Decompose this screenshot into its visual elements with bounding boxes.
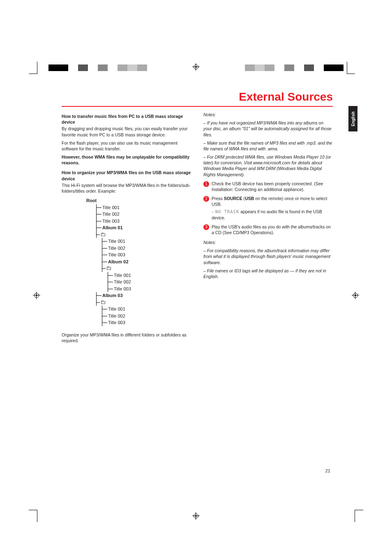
body-text: For the flash player, you can also use i… — [62, 140, 191, 152]
step-item: 1 Check the USB device has been properly… — [203, 181, 333, 192]
crop-mark-icon — [347, 62, 363, 74]
step-number-badge: 3 — [203, 224, 209, 230]
step-item: 2 Press SOURCE (USB on the remote) once … — [203, 196, 333, 221]
section-heading: How to organize your MP3/WMA files on th… — [62, 170, 191, 181]
tree-root-label: Root — [86, 197, 191, 204]
color-bar-icon — [245, 64, 344, 71]
tree-album-label: Album 02 — [108, 259, 129, 264]
left-column: How to transfer music files from PC to a… — [62, 112, 191, 346]
right-column: Notes: – If you have not organized MP3/W… — [203, 112, 333, 346]
tree-title: Title 003 — [97, 218, 191, 225]
step-item: 3 Play the USB's audio files as you do w… — [203, 224, 333, 235]
body-text: Organize your MP3/WMA files in different… — [62, 332, 191, 343]
page-content: External Sources How to transfer music f… — [62, 90, 333, 346]
page-title: External Sources — [62, 90, 333, 104]
tree-title: Title 001 — [102, 238, 191, 245]
note-item: – For DRM protected WMA files, use Windo… — [203, 154, 333, 177]
step-text: Press SOURCE (USB on the remote) once or… — [212, 196, 333, 221]
tree-album-label: Album 03 — [102, 293, 123, 298]
step-text: Play the USB's audio files as you do wit… — [212, 224, 333, 235]
tree-title: Title 002 — [97, 211, 191, 218]
body-text: By dragging and dropping music files, yo… — [62, 126, 191, 137]
step-number-badge: 1 — [203, 181, 209, 187]
color-bar-icon — [48, 64, 147, 71]
crop-mark-icon — [29, 62, 45, 74]
step-text: Check the USB device has been properly c… — [212, 181, 333, 192]
language-tab: English — [348, 106, 357, 131]
folder-icon: 🗀 — [100, 232, 106, 237]
tree-title: Title 003 — [102, 319, 191, 326]
registration-target-icon — [33, 292, 40, 299]
folder-icon: 🗀 — [100, 299, 106, 305]
registration-target-icon — [192, 63, 200, 71]
tree-title: Title 001 — [102, 306, 191, 313]
notes-label: Notes: — [203, 240, 333, 245]
body-text: This Hi-Fi system will browse the MP3/WM… — [62, 182, 191, 194]
note-item: – Make sure that the file names of MP3 f… — [203, 140, 333, 152]
tree-title: Title 003 — [108, 286, 191, 292]
print-registration-top — [0, 62, 392, 74]
note-item: – If you have not organized MP3/WMA file… — [203, 120, 333, 138]
language-tab-label: English — [351, 111, 355, 126]
tree-title: Title 002 — [108, 279, 191, 286]
crop-mark-icon — [29, 510, 45, 522]
tree-title: Title 002 — [102, 245, 191, 252]
tree-title: Title 001 — [108, 272, 191, 279]
tree-title: Title 002 — [102, 313, 191, 320]
tree-title: Title 003 — [102, 251, 191, 258]
crop-mark-icon — [347, 510, 363, 522]
display-readout: NO TRACK — [215, 209, 240, 214]
print-registration-bottom — [0, 510, 392, 522]
bold-note: However, those WMA files may be unplayab… — [62, 154, 189, 165]
notes-label: Notes: — [203, 112, 333, 117]
folder-icon: 🗀 — [106, 265, 111, 271]
tree-album-label: Album 01 — [102, 225, 123, 230]
title-rule — [62, 106, 333, 107]
note-item: – File names or ID3 tags will be display… — [203, 268, 333, 279]
folder-tree-diagram: Root Title 001 Title 002 Title 003 Album… — [86, 197, 191, 326]
registration-target-icon — [352, 292, 359, 299]
note-item: – For compatibility reasons, the album/t… — [203, 248, 333, 265]
tree-title: Title 001 — [97, 204, 191, 211]
page-number: 21 — [325, 468, 330, 473]
step-number-badge: 2 — [203, 196, 209, 202]
section-heading: How to transfer music files from PC to a… — [62, 113, 191, 125]
